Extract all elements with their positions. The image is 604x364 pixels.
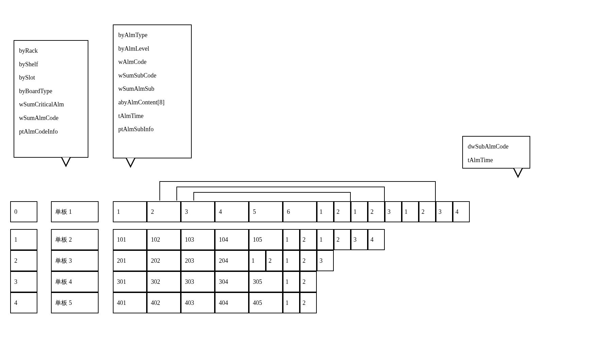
field: wSumAlmCode: [19, 111, 83, 125]
field: byAlmType: [118, 29, 186, 42]
wide-cell: 401: [113, 292, 147, 313]
small-cell: 2: [300, 229, 317, 250]
board-cell: 单板 1: [51, 201, 99, 222]
board-cell: 单板 5: [51, 292, 99, 313]
small-cell: 4: [453, 201, 470, 222]
index-cell: 1: [10, 229, 37, 250]
small-cell: 1: [283, 292, 300, 313]
field: abyAlmContent[8]: [118, 96, 186, 109]
field: tAlmTime: [118, 109, 186, 123]
index-cell: 3: [10, 271, 37, 292]
field: ptAlmCodeInfo: [19, 125, 83, 139]
field: byShelf: [19, 58, 83, 71]
wide-cell: 6: [283, 201, 317, 222]
index-cell: 0: [10, 201, 37, 222]
field: byBoardType: [19, 85, 83, 98]
wide-cell: 3: [181, 201, 215, 222]
field: bySlot: [19, 71, 83, 85]
wide-cell: 203: [181, 250, 215, 271]
wide-cell: 302: [147, 271, 181, 292]
field: wSumCriticalAlm: [19, 98, 83, 111]
field: dwSubAlmCode: [468, 140, 525, 154]
field: byAlmLevel: [118, 42, 186, 56]
wide-cell: 103: [181, 229, 215, 250]
board-cell: 单板 4: [51, 271, 99, 292]
small-cell: 2: [419, 201, 436, 222]
wide-cell: 5: [249, 201, 283, 222]
wide-cell: 101: [113, 229, 147, 250]
field: wAlmCode: [118, 55, 186, 69]
callout-tail: [61, 158, 71, 167]
wide-cell: 102: [147, 229, 181, 250]
small-cell: 1: [283, 250, 300, 271]
wide-cell: 201: [113, 250, 147, 271]
small-cell: 2: [266, 250, 283, 271]
small-cell: 4: [368, 229, 385, 250]
small-cell: 1: [249, 250, 266, 271]
struct-box-almcode: byAlmType byAlmLevel wAlmCode wSumSubCod…: [113, 24, 192, 158]
small-cell: 2: [300, 250, 317, 271]
wide-cell: 4: [215, 201, 249, 222]
small-cell: 3: [351, 229, 368, 250]
small-cell: 2: [300, 271, 317, 292]
wide-cell: 2: [147, 201, 181, 222]
wide-cell: 1: [113, 201, 147, 222]
callout-tail: [126, 158, 135, 168]
small-cell: 2: [300, 292, 317, 313]
wide-cell: 303: [181, 271, 215, 292]
small-cell: 2: [334, 201, 351, 222]
callout-tail: [513, 169, 523, 178]
wide-cell: 402: [147, 292, 181, 313]
small-cell: 1: [283, 229, 300, 250]
wide-cell: 301: [113, 271, 147, 292]
struct-box-board: byRack byShelf bySlot byBoardType wSumCr…: [14, 40, 88, 158]
field: wSumAlmSub: [118, 82, 186, 96]
wide-cell: 105: [249, 229, 283, 250]
wide-cell: 404: [215, 292, 249, 313]
small-cell: 1: [317, 229, 334, 250]
wide-cell: 304: [215, 271, 249, 292]
wide-cell: 405: [249, 292, 283, 313]
wide-cell: 104: [215, 229, 249, 250]
small-cell: 2: [334, 229, 351, 250]
small-cell: 1: [351, 201, 368, 222]
field: byRack: [19, 44, 83, 58]
small-cell: 3: [385, 201, 402, 222]
field: tAlmTime: [468, 154, 525, 167]
index-cell: 4: [10, 292, 37, 313]
index-cell: 2: [10, 250, 37, 271]
small-cell: 1: [402, 201, 419, 222]
small-cell: 1: [317, 201, 334, 222]
small-cell: 1: [283, 271, 300, 292]
small-cell: 2: [368, 201, 385, 222]
wide-cell: 202: [147, 250, 181, 271]
small-cell: 3: [436, 201, 453, 222]
small-cell: 3: [317, 250, 334, 271]
field: wSumSubCode: [118, 69, 186, 83]
wide-cell: 403: [181, 292, 215, 313]
wide-cell: 204: [215, 250, 249, 271]
wide-cell: 305: [249, 271, 283, 292]
board-cell: 单板 2: [51, 229, 99, 250]
field: ptAlmSubInfo: [118, 123, 186, 136]
diagram-root: byRack byShelf bySlot byBoardType wSumCr…: [7, 7, 598, 360]
board-cell: 单板 3: [51, 250, 99, 271]
struct-box-subalm: dwSubAlmCode tAlmTime: [462, 136, 530, 169]
